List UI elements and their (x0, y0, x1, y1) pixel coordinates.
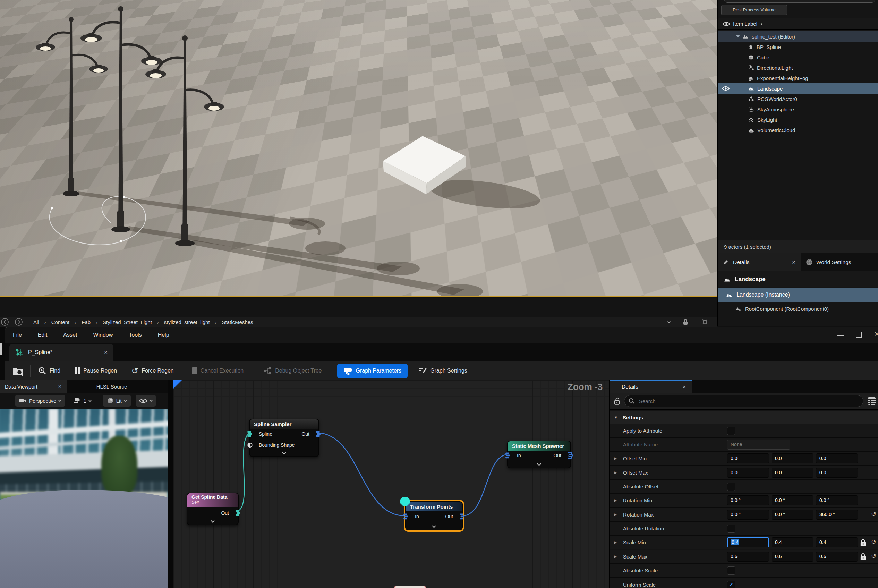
find-button[interactable]: Find (38, 367, 60, 375)
component-row-root-component[interactable]: RootComponent (RootComponent0) (718, 303, 878, 315)
scale-min-x[interactable]: 0.4 (727, 537, 769, 548)
pin-in[interactable] (403, 513, 409, 520)
unlock-icon[interactable] (614, 397, 620, 405)
rotation-min-y[interactable]: 0.0 ° (772, 495, 814, 506)
offset-max-z[interactable]: 0.0 (816, 468, 858, 478)
pin-out[interactable] (316, 431, 321, 438)
reset-to-default-icon[interactable]: ↺ (871, 510, 876, 518)
outliner-row-sky-light[interactable]: SkyLight (718, 114, 878, 125)
crumb-content[interactable]: Content (51, 319, 70, 325)
outliner-row-height-fog[interactable]: ExponentialHeightFog (718, 73, 878, 83)
minimize-button[interactable] (837, 335, 844, 336)
show-flags-dropdown[interactable] (136, 395, 156, 406)
item-label-header[interactable]: Item Label (733, 21, 757, 27)
tab-details[interactable]: Details ✕ (610, 380, 692, 393)
menu-help[interactable]: Help (158, 332, 169, 338)
scale-min-y[interactable]: 0.4 (772, 537, 814, 548)
absolute-rotation-checkbox[interactable] (727, 525, 736, 533)
back-icon[interactable] (1, 318, 9, 326)
scale-min-z[interactable]: 0.4 (816, 537, 858, 548)
absolute-scale-checkbox[interactable] (727, 567, 736, 575)
node-expand-chevron-icon[interactable] (211, 519, 214, 522)
lock-icon[interactable] (860, 539, 866, 546)
menu-file[interactable]: File (13, 332, 22, 338)
node-partial-bottom[interactable] (394, 586, 426, 588)
outliner-row-bp-spline[interactable]: BP_Spline (718, 42, 878, 52)
menu-edit[interactable]: Edit (38, 332, 48, 338)
close-tab-icon[interactable]: ✕ (104, 350, 108, 355)
outliner-row-directional-light[interactable]: DirectionalLight (718, 63, 878, 73)
force-regen-button[interactable]: ↺ Force Regen (132, 368, 174, 374)
forward-icon[interactable] (15, 318, 23, 326)
search-input[interactable] (638, 398, 859, 405)
outliner-row-cube[interactable]: Cube (718, 52, 878, 63)
node-transform-points[interactable]: Transform Points In Out (405, 501, 463, 530)
outliner-header-row[interactable]: Item Label ▲ (718, 18, 878, 30)
tab-world-settings[interactable]: World Settings (801, 253, 878, 271)
pause-regen-button[interactable]: Pause Regen (75, 368, 117, 374)
expand-icon[interactable]: ▶ (614, 498, 617, 502)
node-expand-chevron-icon[interactable] (432, 524, 436, 528)
apply-to-attribute-checkbox[interactable] (727, 427, 736, 435)
scale-max-x[interactable]: 0.6 (727, 552, 769, 562)
node-spline-sampler[interactable]: Spline Sampler Spline Out Bounding Shape (249, 419, 319, 457)
offset-max-y[interactable]: 0.0 (772, 468, 814, 478)
crumb-staticmeshes[interactable]: StaticMeshes (222, 319, 253, 325)
close-icon[interactable]: ✕ (58, 384, 62, 389)
level-viewport[interactable] (0, 0, 718, 297)
scale-max-y[interactable]: 0.6 (772, 552, 814, 562)
lit-mode-dropdown[interactable]: Lit (103, 395, 131, 406)
crumb-stylized-street-light[interactable]: Stylized_Street_Light (103, 319, 152, 325)
offset-min-z[interactable]: 0.0 (816, 453, 858, 464)
pcg-graph-canvas[interactable]: Zoom -3 Spline Sampler Spline Out Boundi… (174, 380, 609, 588)
menu-asset[interactable]: Asset (63, 332, 77, 338)
graph-settings-button[interactable]: Graph Settings (418, 367, 467, 375)
tab-p-spline[interactable]: P_Spline* ✕ (9, 344, 114, 361)
attribute-name-field[interactable]: None (727, 440, 790, 450)
debug-object-tree-button[interactable]: Debug Object Tree (264, 367, 322, 375)
chevron-down-icon[interactable] (667, 320, 671, 324)
eye-icon[interactable] (722, 86, 730, 91)
tab-details[interactable]: Details ✕ (718, 253, 801, 271)
post-process-volume-chip[interactable]: Post Process Volume (721, 5, 787, 15)
component-row-landscape-instance[interactable]: Landscape (Instance) (718, 288, 878, 302)
crumb-stylized-street-light-lower[interactable]: stylized_street_light (164, 319, 210, 325)
maximize-button[interactable] (856, 332, 862, 338)
pin-bounding-shape[interactable] (247, 442, 253, 448)
offset-max-x[interactable]: 0.0 (727, 468, 769, 478)
crumb-fab[interactable]: Fab (81, 319, 91, 325)
pin-spline-in[interactable] (247, 431, 253, 438)
expand-icon[interactable]: ▶ (614, 540, 617, 544)
rotation-min-z[interactable]: 0.0 ° (816, 495, 858, 506)
expand-icon[interactable]: ▶ (614, 554, 617, 559)
collapse-arrow-icon[interactable] (736, 35, 740, 38)
scale-max-z[interactable]: 0.6 (816, 552, 858, 562)
node-get-spline-data[interactable]: Get Spline Data Self Out (187, 493, 239, 525)
close-icon[interactable]: ✕ (792, 260, 796, 265)
outliner-row-sky-atmosphere[interactable]: SkyAtmosphere (718, 104, 878, 114)
rotation-max-x[interactable]: 0.0 ° (727, 510, 769, 520)
node-static-mesh-spawner[interactable]: Static Mesh Spawner In Out (507, 441, 571, 468)
close-window-button[interactable]: ✕ (874, 331, 878, 338)
eye-icon[interactable] (722, 21, 730, 26)
outliner-row-volumetric-cloud[interactable]: VolumetricCloud (718, 125, 878, 135)
menu-window[interactable]: Window (93, 332, 113, 338)
pin-out-unconnected[interactable] (568, 452, 573, 459)
close-icon[interactable]: ✕ (682, 384, 686, 390)
settings-gear-icon[interactable] (701, 318, 709, 326)
lock-icon[interactable] (860, 553, 866, 561)
outliner-row-landscape[interactable]: Landscape (718, 83, 878, 94)
absolute-offset-checkbox[interactable] (727, 483, 736, 491)
pin-out[interactable] (235, 510, 241, 516)
lock-icon[interactable] (683, 319, 688, 326)
rotation-max-z[interactable]: 360.0 ° (816, 510, 858, 520)
tab-hlsl-source[interactable]: HLSL Source (67, 380, 157, 393)
details-search-box[interactable] (624, 395, 863, 407)
expand-icon[interactable]: ▶ (614, 470, 617, 475)
crumb-all[interactable]: All (33, 319, 39, 325)
perspective-dropdown[interactable]: Perspective (15, 395, 65, 406)
outliner-row-world[interactable]: spline_test (Editor) (718, 31, 878, 42)
offset-min-x[interactable]: 0.0 (727, 453, 769, 464)
cancel-execution-button[interactable]: Cancel Execution (192, 368, 244, 374)
rotation-max-y[interactable]: 0.0 ° (772, 510, 814, 520)
